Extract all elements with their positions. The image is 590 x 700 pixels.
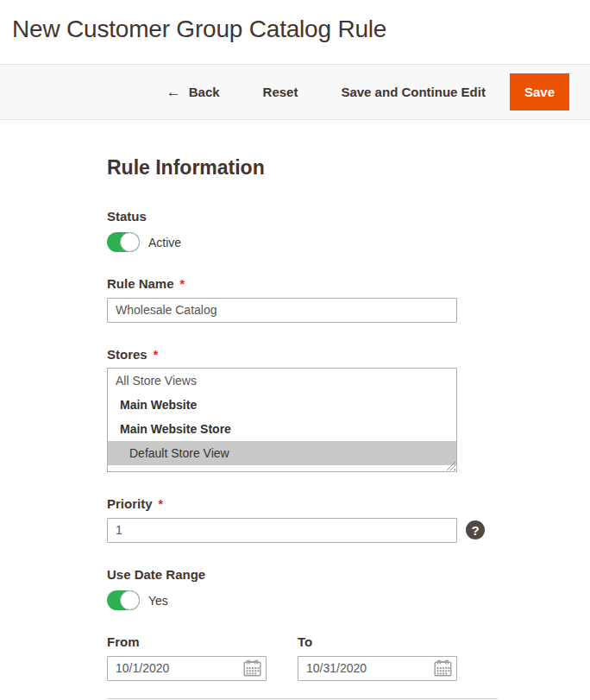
from-date-label: From — [107, 635, 267, 650]
toolbar: ← Back Reset Save and Continue Edit Save — [0, 64, 590, 120]
section-divider — [107, 698, 498, 699]
page-header: New Customer Group Catalog Rule — [0, 0, 590, 64]
arrow-left-icon: ← — [166, 85, 181, 99]
stores-field: Stores* All Store Views Main Website Mai… — [107, 348, 569, 473]
stores-multiselect[interactable]: All Store Views Main Website Main Websit… — [107, 368, 457, 472]
priority-input[interactable] — [107, 518, 457, 543]
back-button[interactable]: ← Back — [166, 85, 220, 99]
stores-label-text: Stores — [107, 347, 148, 362]
calendar-icon — [434, 659, 452, 677]
from-date-input-wrap — [107, 656, 267, 681]
status-toggle[interactable] — [107, 232, 140, 252]
priority-label: Priority* — [107, 497, 569, 512]
rule-information-form: Rule Information Status Active Rule Name… — [0, 120, 590, 700]
reset-button[interactable]: Reset — [263, 85, 298, 99]
status-toggle-row: Active — [107, 232, 569, 252]
status-label: Status — [107, 210, 569, 224]
save-button[interactable]: Save — [510, 73, 569, 110]
calendar-icon — [243, 659, 261, 677]
section-title: Rule Information — [107, 158, 569, 178]
stores-option-all-store-views[interactable]: All Store Views — [108, 369, 456, 393]
to-date-input-wrap — [298, 656, 457, 681]
required-asterisk: * — [154, 348, 158, 362]
use-date-range-toggle-value: Yes — [148, 594, 168, 608]
priority-field: Priority* ? — [107, 497, 569, 543]
back-button-label: Back — [189, 85, 220, 99]
rule-name-field: Rule Name* — [107, 277, 569, 323]
rule-name-label-text: Rule Name — [107, 276, 174, 291]
stores-option-default-store-view[interactable]: Default Store View — [108, 441, 456, 465]
priority-input-row: ? — [107, 518, 569, 543]
priority-label-text: Priority — [107, 496, 153, 511]
rule-name-label: Rule Name* — [107, 277, 569, 292]
from-date-calendar-button[interactable] — [242, 659, 262, 678]
stores-option-main-website-store[interactable]: Main Website Store — [108, 417, 456, 441]
page-title: New Customer Group Catalog Rule — [12, 16, 569, 43]
to-date-label: To — [298, 635, 457, 650]
toggle-knob — [120, 232, 140, 252]
question-mark-icon[interactable]: ? — [466, 520, 485, 539]
use-date-range-label: Use Date Range — [107, 568, 569, 583]
use-date-range-toggle[interactable] — [107, 590, 140, 610]
to-date-field: To — [298, 635, 457, 681]
page: New Customer Group Catalog Rule ← Back R… — [0, 0, 590, 700]
save-and-continue-button[interactable]: Save and Continue Edit — [341, 85, 486, 99]
to-date-calendar-button[interactable] — [432, 659, 453, 678]
stores-option-main-website[interactable]: Main Website — [108, 393, 456, 417]
status-field: Status Active — [107, 210, 569, 253]
rule-name-input[interactable] — [107, 298, 457, 323]
date-range-row: From — [107, 635, 569, 681]
use-date-range-toggle-row: Yes — [107, 590, 569, 610]
toggle-knob — [120, 590, 140, 610]
required-asterisk: * — [159, 497, 163, 511]
stores-label: Stores* — [107, 348, 569, 363]
use-date-range-field: Use Date Range Yes — [107, 568, 569, 611]
required-asterisk: * — [180, 277, 185, 291]
from-date-field: From — [107, 635, 267, 681]
status-toggle-value: Active — [148, 236, 181, 249]
